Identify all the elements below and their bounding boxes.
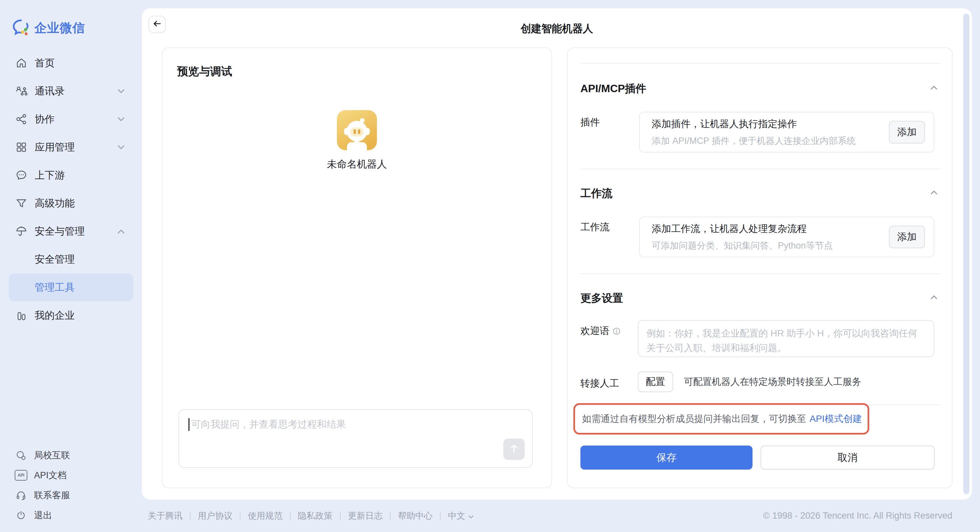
sidebar: 企业微信 首页 通讯录 协作 xyxy=(0,0,142,532)
more-section-title: 更多设置 xyxy=(581,291,623,306)
welcome-label: 欢迎语 xyxy=(581,324,609,338)
chat-input[interactable]: 可向我提问，并查看思考过程和结果 xyxy=(178,409,533,468)
language-label: 中文 xyxy=(448,510,465,522)
divider xyxy=(190,512,191,520)
main-content: 创建智能机器人 预览与调试 xyxy=(142,8,972,500)
sidebar-item-label: 安全管理 xyxy=(35,253,75,266)
footer-link-agreement[interactable]: 用户协议 xyxy=(198,510,232,522)
sidebar-item-label: 局校互联 xyxy=(34,449,70,461)
sidebar-item-updownstream[interactable]: 上下游 xyxy=(9,161,133,189)
sidebar-item-label: 我的企业 xyxy=(35,309,75,322)
api-mode-notice-highlight: 如需通过自有模型分析成员提问并输出回复，可切换至 API模式创建 xyxy=(573,403,869,435)
chevron-up-icon xyxy=(118,229,124,234)
welcome-label-row: 欢迎语 xyxy=(581,324,620,338)
sidebar-item-label: 管理工具 xyxy=(35,281,75,295)
chat-bubble-icon xyxy=(15,169,28,181)
sidebar-item-label: 高级功能 xyxy=(35,197,75,210)
sidebar-item-management-tools[interactable]: 管理工具 xyxy=(9,273,133,301)
info-icon[interactable] xyxy=(613,327,620,335)
welcome-message-field[interactable] xyxy=(638,320,934,357)
footer-link-help[interactable]: 帮助中心 xyxy=(398,510,433,522)
sidebar-item-home[interactable]: 首页 xyxy=(9,49,133,77)
brand-name: 企业微信 xyxy=(34,20,85,37)
footer-link-rules[interactable]: 使用规范 xyxy=(248,510,283,522)
sidebar-item-label: 首页 xyxy=(35,56,55,70)
divider xyxy=(340,512,340,520)
preview-panel: 预览与调试 xyxy=(162,48,552,488)
sidebar-item-label: 应用管理 xyxy=(35,140,75,154)
sidebar-item-apps[interactable]: 应用管理 xyxy=(9,133,133,161)
sidebar-item-api-docs[interactable]: API API文档 xyxy=(9,465,133,485)
bar-chart-icon xyxy=(15,309,28,322)
arrow-up-icon xyxy=(508,443,520,456)
sidebar-item-advanced[interactable]: 高级功能 xyxy=(9,189,133,217)
notice-text: 如需通过自有模型分析成员提问并输出回复，可切换至 xyxy=(582,413,806,425)
sidebar-item-label: 安全与管理 xyxy=(35,225,85,238)
bot-name: 未命名机器人 xyxy=(327,158,387,171)
contacts-icon xyxy=(15,85,28,97)
umbrella-icon xyxy=(15,225,28,237)
divider xyxy=(240,512,240,520)
sidebar-item-label: 通讯录 xyxy=(35,84,65,98)
footer-links: 关于腾讯 用户协议 使用规范 隐私政策 更新日志 帮助中心 中文 xyxy=(148,510,474,522)
sidebar-item-security-admin[interactable]: 安全管理 xyxy=(9,245,133,273)
sidebar-item-collaboration[interactable]: 协作 xyxy=(9,105,133,133)
app-grid-icon xyxy=(15,141,28,153)
api-mode-link[interactable]: API模式创建 xyxy=(810,413,862,425)
wework-logo-icon xyxy=(12,19,30,37)
home-icon xyxy=(15,57,28,69)
sidebar-item-contacts[interactable]: 通讯录 xyxy=(9,77,133,105)
workflow-row-label: 工作流 xyxy=(581,221,609,234)
chat-placeholder-row: 可向我提问，并查看思考过程和结果 xyxy=(188,418,346,431)
chevron-up-icon[interactable] xyxy=(931,190,937,194)
plugin-section-title: API/MCP插件 xyxy=(581,81,646,96)
preview-title: 预览与调试 xyxy=(177,64,232,79)
footer-link-privacy[interactable]: 隐私政策 xyxy=(298,510,332,522)
workflow-add-card: 添加工作流，让机器人处理复杂流程 可添加问题分类、知识集问答、Python等节点… xyxy=(639,217,934,257)
divider xyxy=(440,512,441,520)
language-selector[interactable]: 中文 xyxy=(448,510,474,522)
headset-icon xyxy=(15,490,27,500)
footer-link-about[interactable]: 关于腾讯 xyxy=(148,510,183,522)
chat-placeholder: 可向我提问，并查看思考过程和结果 xyxy=(191,418,346,431)
section-divider xyxy=(581,273,941,274)
chevron-down-icon xyxy=(118,89,124,94)
handoff-config-button[interactable]: 配置 xyxy=(638,371,673,392)
sidebar-item-label: API文档 xyxy=(34,469,67,481)
section-divider xyxy=(581,63,941,64)
sidebar-item-school-link[interactable]: 局校互联 xyxy=(9,445,133,465)
footer-link-changelog[interactable]: 更新日志 xyxy=(348,510,383,522)
sidebar-item-my-company[interactable]: 我的企业 xyxy=(9,301,133,330)
sidebar-nav: 首页 通讯录 协作 xyxy=(0,49,142,330)
send-button[interactable] xyxy=(503,438,525,460)
bot-preview: 未命名机器人 xyxy=(162,110,551,171)
wework-admin-page: 企业微信 首页 通讯录 协作 xyxy=(0,0,980,532)
handoff-label: 转接人工 xyxy=(581,377,619,390)
section-divider xyxy=(581,169,941,169)
chevron-up-icon[interactable] xyxy=(931,295,937,299)
linked-circles-icon xyxy=(15,450,27,460)
scrollbar[interactable] xyxy=(963,14,969,494)
filter-icon xyxy=(15,197,28,209)
chevron-down-icon xyxy=(118,117,124,121)
chevron-up-icon[interactable] xyxy=(931,86,937,90)
chevron-down-icon xyxy=(468,511,474,521)
brand-logo[interactable]: 企业微信 xyxy=(12,19,85,37)
divider xyxy=(290,512,291,520)
plugin-add-button[interactable]: 添加 xyxy=(889,121,925,143)
sidebar-item-security-management[interactable]: 安全与管理 xyxy=(9,217,133,245)
workflow-section-title: 工作流 xyxy=(581,186,612,201)
plugin-row-label: 插件 xyxy=(581,116,600,129)
api-doc-icon: API xyxy=(15,470,27,481)
plugin-add-card: 添加插件，让机器人执行指定操作 添加 API/MCP 插件，便于机器人连接企业内… xyxy=(639,112,934,153)
robot-avatar xyxy=(337,110,377,151)
workflow-add-button[interactable]: 添加 xyxy=(889,226,925,248)
save-button[interactable]: 保存 xyxy=(581,446,752,470)
page-footer: 关于腾讯 用户协议 使用规范 隐私政策 更新日志 帮助中心 中文 © 1998 … xyxy=(0,500,980,532)
page-title: 创建智能机器人 xyxy=(142,22,972,36)
settings-panel: API/MCP插件 插件 添加插件，让机器人执行指定操作 添加 API/MCP … xyxy=(567,48,953,488)
cancel-button[interactable]: 取消 xyxy=(760,446,935,470)
sidebar-item-label: 协作 xyxy=(35,113,55,126)
divider xyxy=(390,512,391,520)
copyright-text: © 1998 - 2026 Tencent Inc. All Rights Re… xyxy=(763,511,952,521)
